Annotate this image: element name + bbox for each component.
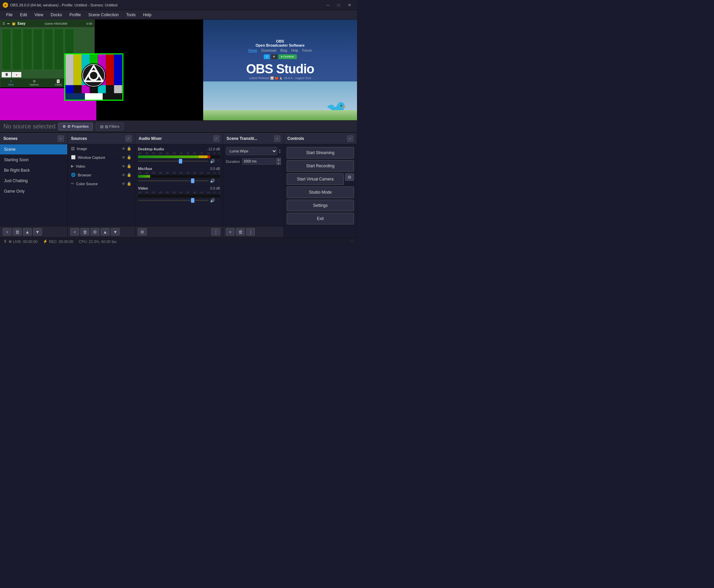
- source-lock-icon[interactable]: 🔒: [127, 146, 131, 151]
- virtual-camera-settings-button[interactable]: ⚙: [345, 173, 354, 181]
- start-streaming-button[interactable]: Start Streaming: [287, 147, 354, 159]
- sources-panel-expand[interactable]: ⤢: [125, 135, 131, 142]
- scenes-panel: Scenes ⤢ Scene Starting Soon Be Right Ba…: [0, 133, 68, 237]
- sources-panel-header: Sources ⤢: [68, 133, 135, 144]
- video-mute-button[interactable]: 🔊: [210, 198, 215, 203]
- settings-button[interactable]: Settings: [287, 200, 354, 211]
- scene-item-scene[interactable]: Scene: [0, 144, 67, 155]
- image-source-icon: 🖼: [71, 147, 75, 151]
- properties-button[interactable]: ⚙ ⚙ Properties: [58, 123, 93, 130]
- source-visible-icon[interactable]: 👁: [122, 173, 125, 177]
- svg-rect-16: [103, 93, 122, 100]
- menu-scene-collection[interactable]: Scene Collection: [85, 12, 122, 18]
- audio-panel-expand[interactable]: ⤢: [213, 135, 219, 142]
- svg-rect-0: [66, 55, 74, 85]
- mic-aux-fader[interactable]: [138, 180, 209, 182]
- rec-indicator: ⚡ REC: 00:00:00: [43, 239, 73, 244]
- source-visible-icon[interactable]: 👁: [122, 155, 125, 160]
- source-settings-button[interactable]: ⚙: [90, 228, 99, 235]
- svg-rect-1: [74, 55, 82, 85]
- scene-item-starting-soon[interactable]: Starting Soon: [0, 155, 67, 165]
- svg-rect-7: [66, 85, 74, 93]
- add-transition-button[interactable]: +: [226, 228, 234, 235]
- move-source-down-button[interactable]: ▼: [111, 228, 120, 235]
- desktop-audio-db: -12.0 dB: [207, 147, 220, 151]
- scene-item-game-only[interactable]: Game Only: [0, 186, 67, 197]
- sources-panel-title: Sources: [71, 136, 87, 141]
- audio-settings-button[interactable]: ⚙: [138, 228, 147, 235]
- menubar: File Edit View Docks Profile Scene Colle…: [0, 10, 357, 20]
- audio-more-options[interactable]: ⋮: [211, 228, 220, 235]
- audio-track-desktop: Desktop Audio -12.0 dB -60-55-50-45-40-3…: [137, 146, 221, 165]
- source-item-window-capture[interactable]: ⬜ Window Capture 👁 🔒: [68, 153, 135, 162]
- source-item-video[interactable]: ▶ Video 👁 🔒: [68, 162, 135, 171]
- menu-docks[interactable]: Docks: [47, 12, 65, 18]
- live-time-label: LIVE: 00:00:00: [13, 239, 38, 244]
- source-item-browser-label: Browser: [78, 173, 91, 177]
- start-recording-button[interactable]: Start Recording: [287, 160, 354, 172]
- svg-rect-6: [114, 55, 122, 85]
- minimize-button[interactable]: ─: [323, 2, 333, 8]
- source-visible-icon[interactable]: 👁: [122, 182, 125, 186]
- live-indicator: 🎙 LIVE: 00:00:00: [3, 239, 38, 244]
- move-scene-down-button[interactable]: ▼: [33, 228, 42, 235]
- mic-aux-label: Mic/Aux: [138, 167, 152, 171]
- mic-mute-button[interactable]: 🔊: [210, 178, 215, 183]
- transition-select[interactable]: Luma Wipe Cut Fade Swipe Slide Stinger F…: [226, 147, 277, 155]
- video-audio-db: 0.0 dB: [210, 187, 220, 190]
- titlebar-title: OBS 28.0.0 (64-bit, windows) - Profile: …: [10, 3, 117, 7]
- source-visible-icon[interactable]: 👁: [122, 164, 125, 168]
- move-source-up-button[interactable]: ▲: [101, 228, 109, 235]
- duration-down-button[interactable]: ▼: [276, 162, 281, 165]
- scene-item-just-chatting[interactable]: Just Chatting: [0, 176, 67, 186]
- move-scene-up-button[interactable]: ▲: [23, 228, 32, 235]
- remove-transition-button[interactable]: 🗑: [236, 228, 245, 235]
- transition-more-options[interactable]: ⋮: [246, 228, 255, 235]
- desktop-audio-meter: [138, 155, 220, 158]
- mic-audio-options[interactable]: ⋮: [216, 179, 220, 183]
- video-audio-fader[interactable]: [138, 200, 209, 201]
- video-audio-options[interactable]: ⋮: [216, 198, 220, 203]
- menu-profile[interactable]: Profile: [66, 12, 84, 18]
- desktop-mute-button[interactable]: 🔊: [210, 159, 215, 164]
- desktop-audio-options[interactable]: ⋮: [216, 159, 220, 164]
- remove-source-button[interactable]: 🗑: [80, 228, 89, 235]
- scenes-panel-expand[interactable]: ⤢: [58, 135, 64, 142]
- scene-item-be-right-back[interactable]: Be Right Back: [0, 165, 67, 176]
- add-scene-button[interactable]: +: [3, 228, 12, 235]
- menu-file[interactable]: File: [3, 12, 16, 18]
- menu-tools[interactable]: Tools: [123, 12, 139, 18]
- resize-handle[interactable]: ⋯: [350, 239, 354, 244]
- duration-up-button[interactable]: ▲: [276, 158, 281, 161]
- close-button[interactable]: ✕: [345, 2, 354, 8]
- audio-mixer-panel: Audio Mixer ⤢ Desktop Audio -12.0 dB -60…: [135, 133, 223, 237]
- filters-button[interactable]: ▤ ▤ Filters: [96, 123, 124, 130]
- add-source-button[interactable]: +: [70, 228, 79, 235]
- menu-view[interactable]: View: [31, 12, 47, 18]
- source-item-browser[interactable]: 🌐 Browser 👁 🔒: [68, 171, 135, 180]
- exit-button[interactable]: Exit: [287, 213, 354, 224]
- scene-list: Scene Starting Soon Be Right Back Just C…: [0, 144, 67, 226]
- source-visible-icon[interactable]: 👁: [122, 147, 125, 151]
- source-lock-icon[interactable]: 🔒: [127, 182, 131, 186]
- source-lock-icon[interactable]: 🔒: [127, 155, 131, 160]
- titlebar: ● OBS 28.0.0 (64-bit, windows) - Profile…: [0, 0, 357, 10]
- transitions-panel-title: Scene Transiti...: [226, 136, 257, 141]
- video-audio-scale: -60-55-50-45-40-35-30-25-20-15-10-50: [138, 191, 220, 194]
- controls-panel-expand[interactable]: ⤢: [347, 135, 353, 142]
- menu-help[interactable]: Help: [140, 12, 155, 18]
- start-virtual-camera-button[interactable]: Start Virtual Camera: [287, 173, 344, 185]
- source-item-image[interactable]: 🖼 Image 👁 🔒: [68, 144, 135, 153]
- menu-edit[interactable]: Edit: [17, 12, 30, 18]
- remove-scene-button[interactable]: 🗑: [13, 228, 22, 235]
- desktop-audio-fader[interactable]: [138, 161, 209, 162]
- source-lock-icon[interactable]: 🔒: [127, 164, 131, 168]
- source-item-color-source[interactable]: ✏ Color Source 👁 🔒: [68, 180, 135, 188]
- transitions-panel-expand[interactable]: ⤢: [274, 135, 280, 142]
- scenes-panel-title: Scenes: [3, 136, 18, 141]
- studio-mode-button[interactable]: Studio Mode: [287, 187, 354, 198]
- maximize-button[interactable]: □: [334, 2, 344, 8]
- audio-track-list: Desktop Audio -12.0 dB -60-55-50-45-40-3…: [135, 144, 223, 226]
- source-lock-icon[interactable]: 🔒: [127, 173, 131, 177]
- duration-input[interactable]: [242, 158, 276, 165]
